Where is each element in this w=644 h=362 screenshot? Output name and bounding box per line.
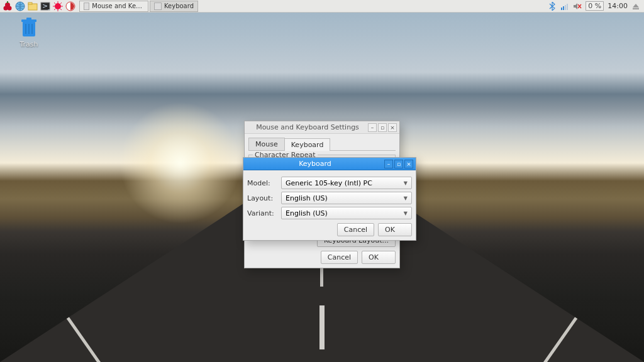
clock[interactable]: 14:00 (608, 2, 628, 10)
bluetooth-icon[interactable] (548, 2, 557, 11)
file-manager-icon[interactable] (28, 1, 38, 11)
settings-tabs: Mouse Keyboard (248, 138, 396, 151)
keyboard-titlebar[interactable]: Keyboard – ▫ × (243, 158, 416, 170)
app-icon-2[interactable] (65, 1, 75, 11)
chevron-down-icon: ▼ (404, 211, 408, 216)
taskbar: >_ Mouse and Keyboard... Keyboard (0, 0, 644, 13)
svg-rect-21 (565, 5, 566, 10)
maximize-button[interactable]: ▫ (394, 160, 403, 168)
taskbar-window-list: Mouse and Keyboard... Keyboard (79, 1, 199, 12)
volume-icon[interactable] (573, 2, 582, 11)
trash-icon (20, 18, 38, 38)
window-icon (84, 3, 89, 10)
svg-rect-3 (7, 1, 8, 3)
cancel-button[interactable]: Cancel (321, 251, 358, 264)
svg-rect-25 (633, 8, 639, 9)
svg-point-1 (4, 6, 8, 10)
ok-button[interactable]: OK (378, 223, 412, 236)
model-combo[interactable]: Generic 105-key (Intl) PC ▼ (281, 177, 412, 189)
variant-value: English (US) (286, 209, 328, 217)
desktop-trash[interactable]: Trash (11, 18, 47, 48)
close-button[interactable]: × (404, 160, 413, 168)
svg-rect-22 (567, 4, 568, 10)
taskbar-window-label: Mouse and Keyboard... (92, 3, 144, 9)
svg-rect-19 (561, 8, 562, 10)
maximize-button[interactable]: ▫ (378, 123, 387, 132)
taskbar-window-button[interactable]: Mouse and Keyboard... (79, 1, 148, 12)
model-label: Model: (247, 179, 277, 187)
cpu-usage[interactable]: 0 % (586, 1, 604, 11)
variant-label: Variant: (247, 209, 277, 217)
svg-line-17 (54, 9, 55, 10)
keyboard-title: Keyboard (246, 160, 384, 168)
settings-titlebar[interactable]: Mouse and Keyboard Settings – ▫ × (245, 121, 399, 134)
settings-title: Mouse and Keyboard Settings (247, 123, 368, 131)
ok-button[interactable]: OK (362, 251, 396, 264)
svg-rect-28 (26, 18, 31, 20)
svg-line-14 (54, 3, 55, 4)
svg-rect-6 (28, 3, 32, 4)
minimize-button[interactable]: – (368, 123, 377, 132)
svg-text:>_: >_ (42, 2, 50, 10)
svg-rect-20 (563, 6, 564, 10)
eject-icon[interactable] (631, 2, 640, 11)
menu-icon[interactable] (3, 1, 13, 11)
chevron-down-icon: ▼ (404, 180, 408, 186)
terminal-icon[interactable]: >_ (40, 1, 50, 11)
desktop-icon-label: Trash (11, 40, 47, 48)
window-icon (154, 3, 162, 10)
svg-point-9 (55, 3, 61, 9)
variant-combo[interactable]: English (US) ▼ (281, 207, 412, 219)
keyboard-dialog: Keyboard – ▫ × Model: Generic 105-key (I… (243, 157, 416, 241)
app-icon-1[interactable] (53, 1, 63, 11)
svg-line-16 (60, 3, 62, 4)
cancel-button[interactable]: Cancel (337, 223, 374, 236)
tab-mouse[interactable]: Mouse (248, 138, 285, 150)
tab-keyboard[interactable]: Keyboard (284, 138, 331, 151)
taskbar-window-button[interactable]: Keyboard (150, 1, 198, 12)
system-tray: 0 % 14:00 (544, 1, 644, 11)
svg-point-2 (8, 6, 12, 10)
browser-icon[interactable] (15, 1, 25, 11)
minimize-button[interactable]: – (384, 160, 393, 168)
desktop: >_ Mouse and Keyboard... Keyboard (0, 0, 644, 362)
taskbar-launchers: >_ (0, 1, 78, 11)
close-button[interactable]: × (388, 123, 397, 132)
layout-combo[interactable]: English (US) ▼ (281, 192, 412, 204)
layout-value: English (US) (286, 194, 328, 202)
network-icon[interactable] (560, 2, 569, 11)
taskbar-window-label: Keyboard (164, 3, 194, 9)
layout-label: Layout: (247, 194, 277, 202)
chevron-down-icon: ▼ (404, 195, 408, 201)
svg-line-15 (60, 9, 62, 10)
model-value: Generic 105-key (Intl) PC (286, 179, 372, 187)
